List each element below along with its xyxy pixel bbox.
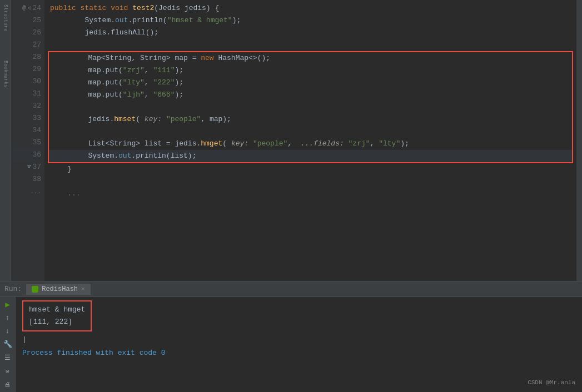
scroll-down-button[interactable]: ↓ (2, 326, 13, 336)
code-line-34 (49, 125, 572, 138)
code-editor: @ ◁ 24 25 26 27 28 29 30 31 32 33 34 35 … (11, 0, 576, 281)
code-line-24: public static void test2(Jedis jedis) { (44, 2, 576, 14)
code-line-25: System.out.println("hmset & hmget"); (44, 14, 576, 27)
code-line-26: jedis.flushAll(); (44, 27, 576, 39)
line-num-34: 34 (11, 124, 41, 137)
print-button[interactable]: 🖨 (2, 380, 13, 390)
run-sidebar: ▶ ↑ ↓ 🔧 ☰ ⊙ 🖨 (0, 297, 16, 392)
code-line-33: jedis.hmset( key: "people", map); (49, 113, 572, 125)
bookmarks-label[interactable]: Bookmarks (3, 61, 8, 88)
code-line-36: System.out.println(list); (49, 150, 572, 162)
line-num-26: 26 (11, 27, 41, 39)
output-border-box: hmset & hmget [111, 222] (22, 300, 92, 331)
line-num-36: 36 (11, 149, 41, 161)
run-panel-content: ▶ ↑ ↓ 🔧 ☰ ⊙ 🖨 hmset & hmget [111, 222] |… (0, 297, 582, 392)
code-line-32 (49, 101, 572, 113)
code-line-next: ... (44, 188, 576, 200)
run-panel: Run: RedisHash × ▶ ↑ ↓ 🔧 ☰ ⊙ 🖨 (0, 281, 582, 392)
line-num-28: 28 (11, 51, 41, 63)
run-tab-icon (32, 286, 38, 293)
line-numbers: @ ◁ 24 25 26 27 28 29 30 31 32 33 34 35 … (11, 0, 44, 281)
branding: CSDN @Mr.anla (528, 376, 575, 389)
red-border-box: Map<String, String> map = new HashMap<>(… (48, 51, 573, 163)
code-line-27 (44, 39, 576, 51)
play-button[interactable]: ▶ (2, 299, 13, 309)
run-tab[interactable]: RedisHash × (26, 284, 90, 295)
run-output[interactable]: hmset & hmget [111, 222] | Process finis… (16, 297, 582, 392)
vertical-scrollbar[interactable] (576, 0, 582, 281)
scroll-up-button[interactable]: ↑ (2, 313, 13, 323)
code-line-35: List<String> list = jedis.hmget( key: "p… (49, 138, 572, 150)
line-num-33: 33 (11, 112, 41, 124)
run-label: Run: (4, 285, 22, 293)
code-line-30: map.put("lty", "222"); (49, 77, 572, 89)
output-line-1: hmset & hmget (29, 304, 85, 316)
line-num-ellipsis: ... (11, 185, 41, 198)
camera-button[interactable]: ⊙ (2, 366, 13, 376)
far-left-sidebar: Structure Bookmarks (0, 0, 11, 281)
run-tab-close[interactable]: × (81, 286, 85, 293)
line-num-25: 25 (11, 14, 41, 27)
run-tab-name: RedisHash (42, 285, 78, 293)
code-line-31: map.put("ljh", "666"); (49, 89, 572, 101)
code-line-37: } (44, 163, 576, 175)
code-line-38 (44, 175, 576, 188)
line-num-37: ▽ 37 (11, 161, 41, 173)
line-num-24: @ ◁ 24 (11, 2, 41, 14)
output-line-2: [111, 222] (29, 316, 85, 328)
process-line: Process finished with exit code 0 (22, 347, 575, 359)
code-line-28: Map<String, String> map = new HashMap<>(… (49, 52, 572, 64)
line-num-31: 31 (11, 88, 41, 100)
code-content[interactable]: public static void test2(Jedis jedis) { … (44, 0, 576, 281)
settings-button[interactable]: 🔧 (2, 339, 13, 349)
list-button[interactable]: ☰ (2, 353, 13, 363)
line-num-27: 27 (11, 39, 41, 51)
run-tab-bar: Run: RedisHash × (0, 282, 582, 297)
line-num-35: 35 (11, 137, 41, 149)
cursor: | (22, 334, 575, 346)
structure-label[interactable]: Structure (3, 4, 8, 32)
line-num-38: 38 (11, 173, 41, 185)
code-line-29: map.put("zrj", "111"); (49, 64, 572, 77)
line-num-30: 30 (11, 76, 41, 88)
line-num-32: 32 (11, 100, 41, 112)
line-num-29: 29 (11, 63, 41, 76)
